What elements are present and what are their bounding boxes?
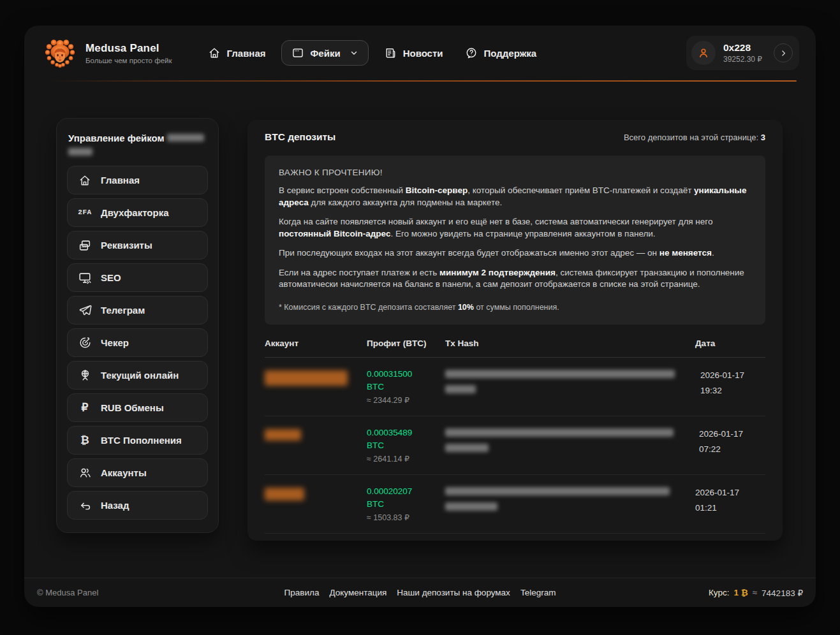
profit-rub: ≈ 1503.83 ₽ (367, 513, 445, 522)
footer-link-4[interactable]: Telegram (520, 588, 556, 597)
nav-item-home[interactable]: Главная (202, 41, 272, 65)
nav-item-support[interactable]: Поддержка (459, 41, 543, 65)
app-window: Medusa Panel Больше чем просто фейк Глав… (24, 26, 816, 607)
sidebar-item-checker[interactable]: Чекер (67, 328, 208, 357)
btc-rate: Курс: 1 ₿ ≈ 7442183 ₽ (709, 588, 803, 598)
rate-label: Курс: (709, 588, 729, 597)
nav-item-fakes[interactable]: Фейки (281, 40, 369, 66)
profit-btc: 0.00020207 (367, 485, 445, 498)
sidebar-item-back[interactable]: Назад (67, 491, 208, 520)
profit-cell: 0.00035489BTC≈ 2641.14 ₽ (367, 427, 445, 463)
sidebar-item-label: Главная (101, 175, 140, 186)
footer-link-3[interactable]: Наши депозиты на форумах (397, 588, 510, 597)
profit-btc: 0.00031500 (367, 368, 445, 381)
date-cell: 2026-01-1701:21 (695, 485, 765, 522)
browser-icon (291, 47, 304, 59)
rate-btc-amount: 1 ₿ (733, 588, 748, 597)
account-cell[interactable] (265, 427, 367, 463)
btc-deposits-panel: BTC депозиты Всего депозитов на этой стр… (247, 120, 783, 541)
panel-header: BTC депозиты Всего депозитов на этой стр… (256, 131, 774, 143)
notice-paragraph-2: Когда на сайте появляется новый аккаунт … (279, 216, 751, 240)
chevron-down-icon (350, 48, 358, 57)
2fa-icon: 2FA (77, 209, 92, 216)
copyright: © Medusa Panel (37, 588, 98, 597)
back-icon (77, 499, 92, 512)
sidebar-title-text: Управление фейком (68, 133, 165, 143)
news-icon (384, 47, 397, 59)
sidebar-item-label: Телеграм (101, 305, 145, 316)
redacted-account-name (265, 429, 301, 441)
footer-link-1[interactable]: Правила (284, 588, 320, 597)
deposit-time: 19:32 (700, 383, 770, 398)
account-cell[interactable] (265, 368, 367, 405)
sidebar-item-accounts[interactable]: Аккаунты (67, 458, 208, 487)
notice-footnote: * Комиссия с каждого BTC депозита состав… (279, 302, 751, 314)
redacted-tx-hash (445, 502, 497, 511)
redacted-fake-name (167, 134, 204, 142)
brand[interactable]: Medusa Panel Больше чем просто фейк (43, 36, 172, 69)
rate-approx-sign: ≈ (753, 588, 757, 597)
redacted-fake-name-2 (68, 148, 92, 156)
user-meta: 0x228 39252.30 ₽ (723, 42, 762, 64)
account-cell[interactable] (265, 485, 367, 522)
profit-cell: 0.00031500BTC≈ 2344.29 ₽ (367, 368, 445, 405)
help-icon (465, 47, 478, 59)
sidebar-item-label: BTC Пополнения (101, 435, 182, 446)
user-card[interactable]: 0x228 39252.30 ₽ (686, 36, 799, 70)
sidebar: Управление фейком Главная2FAДвухфакторка… (56, 118, 219, 533)
users-icon (77, 466, 92, 479)
header-accent-divider (48, 80, 797, 82)
sidebar-title: Управление фейком (68, 131, 207, 159)
profit-unit: BTC (367, 381, 445, 393)
sidebar-item-btc-deposits[interactable]: ₿BTC Пополнения (67, 426, 208, 455)
redacted-account-name (265, 488, 304, 500)
chevron-right-icon[interactable] (774, 43, 793, 62)
notice-paragraph-3: При последующих входах на этот аккаунт в… (279, 247, 751, 259)
sidebar-item-2fa[interactable]: 2FAДвухфакторка (67, 198, 208, 227)
sidebar-item-seo[interactable]: SEO (67, 263, 208, 292)
sidebar-item-main[interactable]: Главная (67, 166, 208, 194)
nav-item-label: Поддержка (484, 48, 537, 59)
redacted-tx-hash (445, 428, 674, 437)
header: Medusa Panel Больше чем просто фейк Глав… (24, 26, 816, 80)
notice-heading: ВАЖНО К ПРОЧТЕНИЮ! (279, 168, 751, 177)
nav-item-label: Новости (403, 48, 443, 59)
page-title: BTC депозиты (265, 131, 335, 143)
sidebar-item-rub-exchanges[interactable]: ₽RUB Обмены (67, 393, 208, 422)
sidebar-item-label: RUB Обмены (101, 402, 164, 413)
deposit-row: 0.00020207BTC≈ 1503.83 ₽2026-01-1701:21 (265, 475, 765, 534)
deposit-row: 0.00031500BTC≈ 2344.29 ₽2026-01-1719:32 (265, 358, 765, 416)
deposits-table: АккаунтПрофит (BTC)Tx HashДата 0.0003150… (265, 339, 765, 534)
sidebar-item-label: Аккаунты (101, 467, 147, 478)
deposits-count-value: 3 (761, 133, 765, 142)
redacted-tx-hash (445, 487, 670, 495)
nav-item-news[interactable]: Новости (378, 41, 450, 65)
main-nav: ГлавнаяФейкиНовостиПоддержка (202, 40, 543, 66)
footer: © Medusa Panel ПравилаДокументацияНаши д… (24, 578, 816, 607)
notice-box: ВАЖНО К ПРОЧТЕНИЮ! В сервис встроен собс… (265, 156, 765, 325)
nav-item-label: Главная (227, 48, 266, 59)
deposit-time: 01:21 (695, 500, 765, 516)
column-header: Tx Hash (445, 339, 695, 348)
profit-rub: ≈ 2344.29 ₽ (367, 395, 445, 405)
deposit-time: 07:22 (699, 442, 769, 457)
tx-hash-cell[interactable] (445, 368, 700, 405)
globe-icon (77, 369, 92, 382)
rate-rub-value: 7442183 ₽ (762, 588, 803, 598)
user-balance: 39252.30 ₽ (723, 55, 762, 64)
sidebar-item-telegram[interactable]: Телеграм (67, 296, 208, 325)
footer-link-2[interactable]: Документация (329, 588, 387, 597)
profit-cell: 0.00020207BTC≈ 1503.83 ₽ (367, 485, 445, 522)
column-header: Аккаунт (265, 339, 367, 348)
tx-hash-cell[interactable] (445, 485, 695, 522)
nav-item-label: Фейки (311, 48, 341, 59)
profit-unit: BTC (367, 439, 445, 452)
profit-unit: BTC (367, 498, 445, 511)
cards-icon (77, 238, 92, 252)
sidebar-item-requisites[interactable]: Реквизиты (67, 231, 208, 259)
sidebar-item-online[interactable]: Текущий онлайн (67, 361, 208, 390)
column-header: Профит (BTC) (367, 339, 445, 348)
checker-icon (77, 336, 92, 349)
deposits-count: Всего депозитов на этой странице: 3 (624, 133, 765, 142)
tx-hash-cell[interactable] (445, 427, 699, 463)
